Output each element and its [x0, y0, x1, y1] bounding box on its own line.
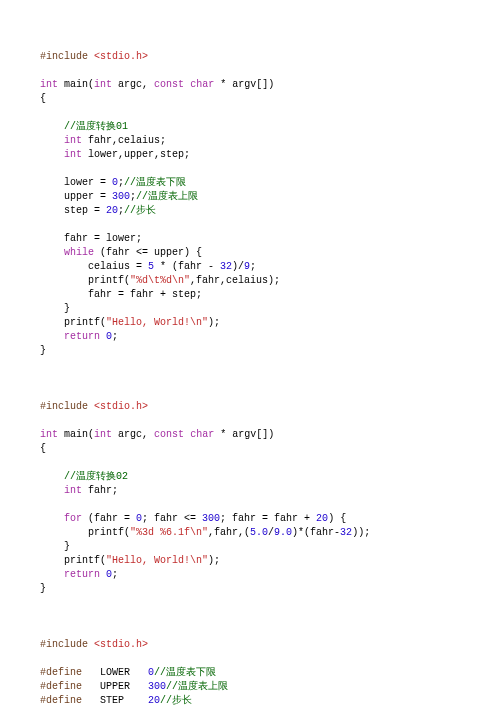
string: "%3d %6.1f\n": [130, 527, 208, 538]
num: 9.0: [274, 527, 292, 538]
txt: argc,: [112, 79, 154, 90]
txt: printf(: [40, 275, 130, 286]
comment: //温度表下限: [124, 177, 186, 188]
brace: {: [40, 443, 46, 454]
kw-int: int: [94, 79, 112, 90]
txt: )/: [232, 261, 244, 272]
kw-return: return: [64, 331, 100, 342]
txt: ,fahr,(: [208, 527, 250, 538]
kw-return: return: [64, 569, 100, 580]
txt: ;: [250, 261, 256, 272]
preproc-include: #include: [40, 639, 88, 650]
kw-char: char: [190, 79, 214, 90]
txt: ) {: [328, 513, 346, 524]
preproc-define: #define: [40, 695, 82, 706]
txt: fahr;: [82, 485, 118, 496]
txt: )*(fahr-: [292, 527, 340, 538]
txt: }: [40, 303, 70, 314]
txt: fahr = fahr + step;: [40, 289, 202, 300]
txt: * argv[]): [214, 429, 274, 440]
txt: (fahr =: [82, 513, 136, 524]
num: 300: [202, 513, 220, 524]
num: 32: [340, 527, 352, 538]
txt: ));: [352, 527, 370, 538]
txt: ;: [112, 331, 118, 342]
kw-const: const: [154, 79, 184, 90]
num: 300: [148, 681, 166, 692]
txt: STEP: [82, 695, 148, 706]
txt: }: [40, 541, 70, 552]
kw-int: int: [64, 485, 82, 496]
num: 20: [148, 695, 160, 706]
string: "%d\t%d\n": [130, 275, 190, 286]
txt: ,fahr,celaius);: [190, 275, 280, 286]
txt: fahr = lower;: [40, 233, 142, 244]
num: 32: [220, 261, 232, 272]
num: 5.0: [250, 527, 268, 538]
txt: lower,upper,step;: [82, 149, 190, 160]
num: 20: [316, 513, 328, 524]
txt: argc,: [112, 429, 154, 440]
txt: ; fahr <=: [142, 513, 202, 524]
txt: printf(: [40, 555, 106, 566]
txt: upper =: [40, 191, 112, 202]
num: 20: [106, 205, 118, 216]
txt: ;: [112, 569, 118, 580]
txt: fahr,celaius;: [82, 135, 166, 146]
comment: //温度表上限: [136, 191, 198, 202]
txt: printf(: [40, 317, 106, 328]
comment: //温度转换01: [64, 121, 128, 132]
num: 300: [112, 191, 130, 202]
kw-const: const: [154, 429, 184, 440]
txt: step =: [40, 205, 106, 216]
comment: //温度表上限: [166, 681, 228, 692]
preproc-include: #include: [40, 51, 88, 62]
include-path: <stdio.h>: [94, 639, 148, 650]
preproc-include: #include: [40, 401, 88, 412]
brace: }: [40, 583, 46, 594]
preproc-define: #define: [40, 681, 82, 692]
string: "Hello, World!\n": [106, 317, 208, 328]
txt: ; fahr = fahr +: [220, 513, 316, 524]
comment: //温度转换02: [64, 471, 128, 482]
preproc-define: #define: [40, 667, 82, 678]
txt: * (fahr -: [154, 261, 220, 272]
string: "Hello, World!\n": [106, 555, 208, 566]
kw-int: int: [40, 79, 58, 90]
txt: lower =: [40, 177, 112, 188]
kw-int: int: [94, 429, 112, 440]
txt: );: [208, 317, 220, 328]
brace: }: [40, 345, 46, 356]
kw-int: int: [40, 429, 58, 440]
include-path: <stdio.h>: [94, 401, 148, 412]
txt: UPPER: [82, 681, 148, 692]
txt: * argv[]): [214, 79, 274, 90]
txt: celaius =: [40, 261, 148, 272]
txt: );: [208, 555, 220, 566]
fn-main: main: [64, 79, 88, 90]
include-path: <stdio.h>: [94, 51, 148, 62]
kw-char: char: [190, 429, 214, 440]
kw-int: int: [64, 149, 82, 160]
kw-int: int: [64, 135, 82, 146]
txt: printf(: [40, 527, 130, 538]
txt: LOWER: [82, 667, 148, 678]
comment: //温度表下限: [154, 667, 216, 678]
code-block-1: #include <stdio.h> int main(int argc, co…: [40, 50, 460, 708]
comment: //步长: [124, 205, 156, 216]
kw-for: for: [64, 513, 82, 524]
fn-main: main: [64, 429, 88, 440]
brace: {: [40, 93, 46, 104]
kw-while: while: [64, 247, 94, 258]
txt: (fahr <= upper) {: [94, 247, 202, 258]
comment: //步长: [160, 695, 192, 706]
